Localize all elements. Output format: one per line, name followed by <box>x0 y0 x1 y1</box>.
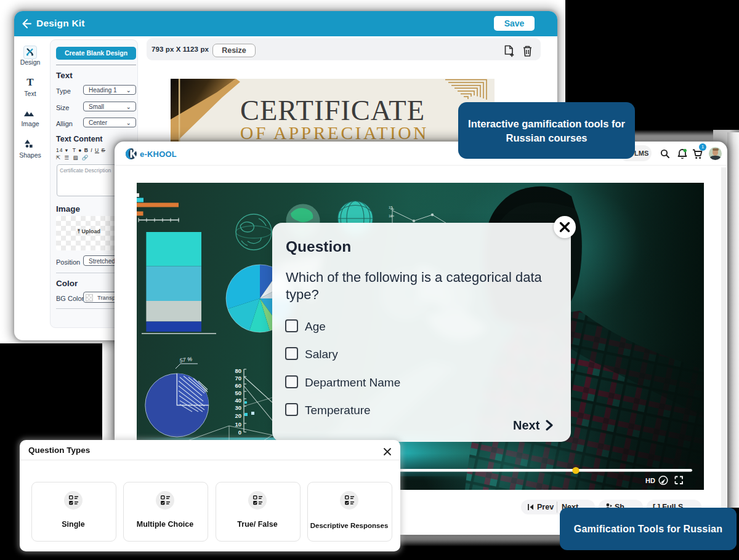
svg-text:0: 0 <box>238 429 241 436</box>
svg-text:12: 12 <box>389 214 393 218</box>
svg-text:20: 20 <box>235 412 241 419</box>
svg-text:30: 30 <box>235 404 241 411</box>
svg-text:40: 40 <box>235 397 241 404</box>
svg-text:50: 50 <box>235 390 241 396</box>
svg-text:70: 70 <box>235 375 241 382</box>
svg-text:60: 60 <box>235 382 241 389</box>
svg-text:57 %: 57 % <box>179 356 193 364</box>
svg-text:10: 10 <box>235 421 241 428</box>
svg-text:HD: HD <box>645 477 655 484</box>
svg-text:80: 80 <box>235 367 241 374</box>
svg-text:15: 15 <box>389 206 393 209</box>
